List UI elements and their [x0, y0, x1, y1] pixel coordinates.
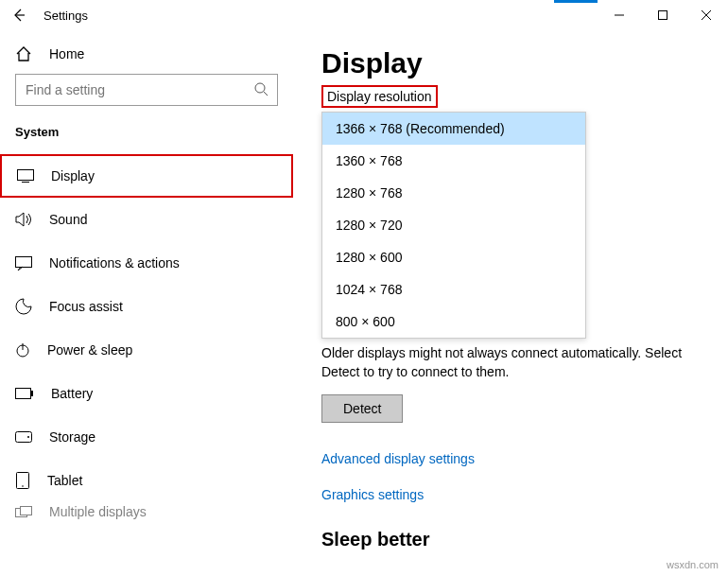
svg-point-1 [255, 83, 265, 93]
sidebar: Home System Display Sound Notifications … [0, 30, 293, 576]
svg-rect-12 [21, 507, 32, 515]
svg-rect-6 [31, 391, 33, 396]
resolution-option[interactable]: 1280 × 600 [322, 241, 585, 273]
resolution-label: Display resolution [321, 85, 438, 108]
sidebar-item-label: Storage [49, 429, 95, 445]
focus-icon [15, 298, 32, 315]
search-icon [253, 81, 269, 96]
sidebar-item-label: Battery [51, 386, 93, 401]
sidebar-item-sound[interactable]: Sound [0, 198, 293, 241]
sound-icon [15, 212, 32, 227]
sidebar-item-label: Notifications & actions [49, 255, 180, 271]
display-icon [17, 169, 34, 183]
svg-point-8 [27, 436, 29, 438]
sidebar-item-display[interactable]: Display [0, 154, 293, 198]
sidebar-item-storage[interactable]: Storage [0, 415, 293, 459]
sidebar-item-notifications[interactable]: Notifications & actions [0, 241, 293, 285]
svg-rect-3 [16, 256, 32, 267]
battery-icon [15, 388, 34, 399]
graphics-settings-link[interactable]: Graphics settings [321, 487, 700, 502]
storage-icon [15, 431, 32, 443]
main-content: Display Display resolution 1366 × 768 (R… [293, 30, 728, 576]
maximize-button[interactable] [641, 0, 685, 30]
detect-button[interactable]: Detect [321, 394, 403, 423]
minimize-button[interactable] [598, 0, 641, 30]
sidebar-item-power[interactable]: Power & sleep [0, 328, 293, 372]
sidebar-home[interactable]: Home [0, 38, 293, 74]
sidebar-item-label: Focus assist [49, 299, 123, 314]
sleep-heading: Sleep better [321, 529, 700, 550]
sidebar-item-label: Tablet [47, 473, 82, 488]
notifications-icon [15, 256, 32, 271]
watermark: wsxdn.com [667, 559, 719, 570]
svg-rect-2 [18, 170, 34, 181]
resolution-option[interactable]: 1024 × 768 [322, 273, 585, 305]
home-label: Home [49, 46, 84, 61]
resolution-option[interactable]: 1360 × 768 [322, 145, 585, 177]
multiple-icon [15, 506, 32, 517]
power-icon [15, 342, 30, 358]
older-displays-text: Older displays might not always connect … [321, 344, 700, 381]
search-input[interactable] [15, 74, 278, 106]
tablet-icon [15, 472, 30, 489]
sidebar-item-label: Display [51, 168, 95, 183]
sidebar-item-tablet[interactable]: Tablet [0, 459, 293, 502]
close-button[interactable] [685, 0, 728, 30]
resolution-dropdown[interactable]: 1366 × 768 (Recommended) 1360 × 768 1280… [321, 112, 586, 339]
svg-rect-0 [659, 11, 667, 20]
resolution-option[interactable]: 1280 × 768 [322, 177, 585, 209]
svg-rect-5 [16, 389, 31, 399]
page-title: Display [321, 47, 700, 79]
sidebar-section: System [0, 125, 293, 154]
window-title: Settings [34, 9, 88, 23]
sidebar-item-label: Power & sleep [47, 342, 132, 358]
resolution-option[interactable]: 1366 × 768 (Recommended) [322, 113, 585, 145]
sidebar-item-battery[interactable]: Battery [0, 372, 293, 415]
sidebar-item-focus[interactable]: Focus assist [0, 285, 293, 328]
sidebar-item-label: Sound [49, 212, 87, 227]
sidebar-item-label: Multiple displays [49, 504, 147, 519]
sidebar-item-multiple[interactable]: Multiple displays [0, 502, 293, 521]
resolution-option[interactable]: 1280 × 720 [322, 209, 585, 241]
advanced-display-link[interactable]: Advanced display settings [321, 451, 700, 466]
svg-point-10 [22, 485, 24, 487]
back-button[interactable] [11, 8, 34, 23]
resolution-option[interactable]: 800 × 600 [322, 305, 585, 338]
home-icon [15, 45, 32, 62]
